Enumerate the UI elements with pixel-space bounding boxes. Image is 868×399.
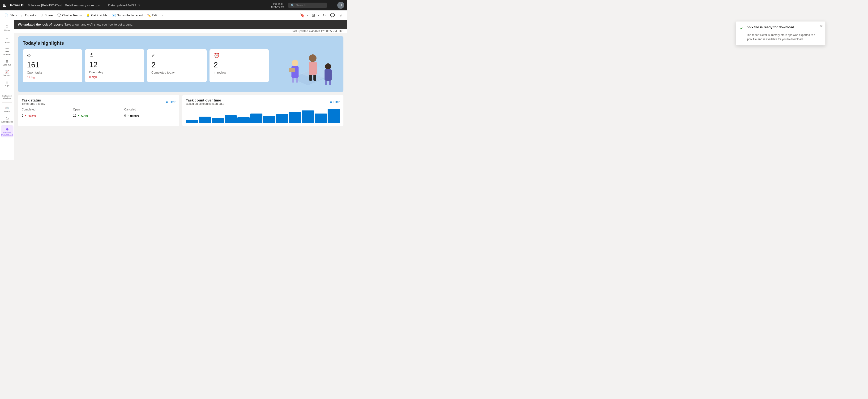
open-tasks-card: ⊙ 161 Open tasks 37 high <box>23 49 82 82</box>
completed-value: 2 <box>22 114 23 117</box>
view-chevron-icon[interactable]: ▾ <box>318 14 319 17</box>
open-pct: 71.4% <box>81 114 88 117</box>
bookmark-chevron-icon[interactable]: ▾ <box>307 14 308 17</box>
export-chevron-icon: ▾ <box>35 14 36 17</box>
bar-4 <box>225 115 237 123</box>
bottom-panels: Task status Timeframe : Today ≡ Filter C… <box>18 95 343 126</box>
share-icon: ↗ <box>41 13 43 17</box>
favorite-button[interactable]: ☆ <box>337 11 345 19</box>
sidebar-item-learn[interactable]: 📖 Learn <box>1 105 13 114</box>
solutions-icon: ◆ <box>6 127 8 131</box>
chart-bars <box>186 109 340 123</box>
sidebar-item-workspaces[interactable]: 🗂 Workspaces <box>1 115 13 124</box>
subscribe-button[interactable]: 📧 Subscribe to report <box>110 12 145 19</box>
task-status-subtitle: Timeframe : Today <box>22 102 45 106</box>
svg-point-11 <box>325 63 331 69</box>
sidebar-item-label: Solutions [RetailSOA...] <box>1 132 12 136</box>
file-icon: 📄 <box>4 13 8 17</box>
deployment-icon: ⋮ <box>5 91 9 94</box>
task-count-panel: Task count over time Based on scheduled … <box>182 95 343 126</box>
filter-icon-2: ≡ <box>330 100 332 104</box>
workspaces-icon: 🗂 <box>5 116 9 120</box>
check-icon: ✓ <box>151 53 203 58</box>
svg-point-2 <box>292 60 298 66</box>
more-toolbar-button[interactable]: ··· <box>160 12 166 18</box>
edit-button[interactable]: ✏️ Edit <box>145 12 159 19</box>
svg-point-7 <box>309 54 316 62</box>
chevron-down-icon[interactable]: ▾ <box>138 4 140 7</box>
avatar[interactable]: U <box>337 2 344 9</box>
search-input[interactable] <box>296 4 324 7</box>
share-button[interactable]: ↗ Share <box>39 12 55 19</box>
svg-rect-4 <box>292 78 294 83</box>
comments-button[interactable]: 💬 <box>329 11 336 19</box>
chart-area <box>186 107 340 123</box>
sidebar-item-datahub[interactable]: ⊞ Data hub <box>1 58 13 67</box>
file-button[interactable]: 📄 File ▾ <box>2 12 19 19</box>
cell-open: 12 ▲ 71.4% <box>73 114 124 117</box>
export-button[interactable]: ⇄ Export ▾ <box>19 12 38 19</box>
sidebar-item-solutions[interactable]: ◆ Solutions [RetailSOA...] <box>1 125 13 137</box>
more-options-icon[interactable]: ··· <box>331 3 334 7</box>
bar-11 <box>315 114 327 123</box>
sidebar-item-home[interactable]: ⌂ Home <box>1 22 13 33</box>
sidebar-item-label: Home <box>4 29 10 31</box>
task-count-filter-button[interactable]: ≡ Filter <box>330 100 340 104</box>
col-open: Open <box>73 108 124 111</box>
get-insights-button[interactable]: 💡 Get insights <box>84 12 110 19</box>
svg-rect-10 <box>313 75 316 81</box>
illustration-svg <box>277 40 339 88</box>
completed-today-card: ✓ 2 Completed today <box>147 49 207 82</box>
due-today-number: 12 <box>89 60 140 69</box>
chat-in-teams-button[interactable]: 💬 Chat in Teams <box>55 12 84 19</box>
trial-info: PPU Trial: 38 days left <box>271 2 284 8</box>
filter-icon: ≡ <box>166 100 168 104</box>
sidebar-item-browse[interactable]: ☰ Browse <box>1 46 13 57</box>
task-status-filter-button[interactable]: ≡ Filter <box>166 100 176 104</box>
content-area: We updated the look of reports Take a to… <box>14 20 347 160</box>
search-icon: 🔍 <box>291 4 294 7</box>
bar-3 <box>212 118 224 123</box>
sidebar-item-apps[interactable]: ⊟ Apps <box>1 79 13 88</box>
sidebar-item-deployment[interactable]: ⋮ Deployment pipelines <box>1 89 13 101</box>
cell-canceled: 0 ▲ (Blank) <box>124 114 176 117</box>
open-tasks-label: Open tasks <box>27 71 78 74</box>
task-status-panel: Task status Timeframe : Today ≡ Filter C… <box>18 95 179 126</box>
highlights-section: Today's highlights ⊙ 161 Open tasks 37 h… <box>18 36 343 92</box>
sidebar-item-create[interactable]: ＋ Create <box>1 34 13 45</box>
grid-icon[interactable]: ⊞ <box>3 3 6 8</box>
sidebar-item-metrics[interactable]: 📈 Metrics <box>1 68 13 78</box>
bar-9 <box>289 112 301 123</box>
brand-name: Power BI <box>10 3 24 7</box>
svg-rect-6 <box>289 68 295 73</box>
view-button[interactable]: ⊡ <box>309 11 317 19</box>
bar-1 <box>186 120 198 123</box>
svg-rect-8 <box>309 62 317 75</box>
task-status-title-block: Task status Timeframe : Today <box>22 98 45 106</box>
completed-today-number: 2 <box>151 61 203 69</box>
file-chevron-icon: ▾ <box>16 14 17 17</box>
in-review-card: ⏰ 2 In review <box>210 49 269 82</box>
edit-icon: ✏️ <box>147 13 151 17</box>
bar-8 <box>276 114 288 123</box>
bookmark-button[interactable]: 🔖 <box>299 11 306 19</box>
search-box[interactable]: 🔍 <box>288 3 327 8</box>
highlights-left: Today's highlights ⊙ 161 Open tasks 37 h… <box>23 40 269 82</box>
table-row: 2 ▼ -50.0% 12 ▲ 71.4% 0 ▲ (Blank) <box>22 112 176 119</box>
timer-icon: ⏰ <box>214 53 265 58</box>
in-review-label: In review <box>214 71 265 74</box>
target-icon: ⊙ <box>27 53 78 58</box>
completed-pct: -50.0% <box>28 114 36 117</box>
create-icon: ＋ <box>5 35 9 41</box>
due-today-sub: 0 high <box>89 76 140 79</box>
up-arrow-icon: ▲ <box>77 114 80 117</box>
in-review-number: 2 <box>214 61 265 69</box>
task-status-header: Task status Timeframe : Today ≡ Filter <box>22 98 176 106</box>
sidebar-item-label: Create <box>4 41 10 44</box>
sidebar-item-label: Apps <box>4 84 9 87</box>
refresh-button[interactable]: ↻ <box>320 11 328 19</box>
open-tasks-number: 161 <box>27 61 78 69</box>
data-updated: Data updated 4/4/23 <box>108 4 136 7</box>
task-status-table-header: Completed Open Canceled <box>22 108 176 112</box>
svg-rect-5 <box>296 78 298 83</box>
